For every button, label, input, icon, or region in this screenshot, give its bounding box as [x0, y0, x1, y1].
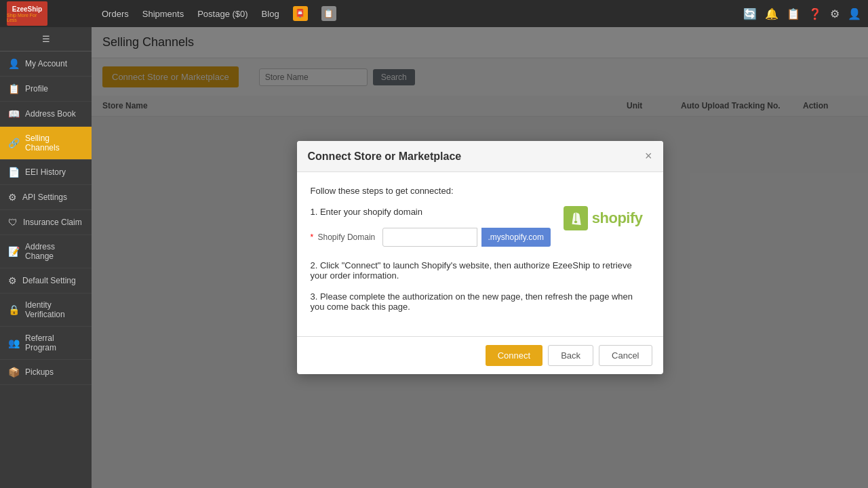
sidebar-toggle[interactable]: ☰	[0, 27, 92, 52]
postage-icon-1[interactable]: 📮	[293, 6, 308, 21]
sidebar-item-label: API Settings	[22, 192, 67, 202]
referral-program-icon: 👥	[8, 338, 20, 348]
identity-verification-icon: 🔒	[8, 304, 20, 315]
shopify-logo-area: shopify	[564, 206, 643, 230]
nav-orders[interactable]: Orders	[102, 9, 129, 19]
step-2: 2. Click "Connect" to launch Shopify's w…	[311, 260, 650, 281]
pickups-icon: 📦	[8, 367, 20, 378]
sidebar-item-eei-history[interactable]: 📄 EEI History	[0, 160, 92, 185]
help-icon[interactable]: ❓	[808, 7, 822, 20]
sidebar-item-selling-channels[interactable]: 🔗 Selling Channels	[0, 127, 92, 160]
sidebar-item-label: Address Change	[25, 242, 83, 261]
modal-back-button[interactable]: Back	[548, 345, 593, 366]
sidebar-item-address-book[interactable]: 📖 Address Book	[0, 102, 92, 127]
sidebar-item-address-change[interactable]: 📝 Address Change	[0, 235, 92, 268]
required-marker: *	[311, 232, 314, 242]
sidebar-item-identity-verification[interactable]: 🔒 Identity Verification	[0, 293, 92, 327]
modal-title: Connect Store or Marketplace	[308, 150, 462, 163]
svg-point-0	[574, 221, 577, 223]
nav-icon-bar: 🔄 🔔 📋 ❓ ⚙ 👤	[743, 7, 861, 20]
nav-postage[interactable]: Postage ($0)	[197, 9, 248, 19]
modal-connect-button[interactable]: Connect	[486, 345, 542, 366]
main-layout: ☰ 👤 My Account 📋 Profile 📖 Address Book …	[0, 27, 868, 488]
step-3: 3. Please complete the authorization on …	[311, 291, 650, 312]
eei-history-icon: 📄	[8, 167, 20, 178]
api-settings-icon: ⚙	[8, 192, 17, 203]
sidebar-item-label: My Account	[25, 59, 67, 68]
modal-overlay: Connect Store or Marketplace ×	[92, 27, 868, 488]
nav-items: Orders Shipments Postage ($0) Blog 📮 📋	[102, 6, 336, 21]
shopify-logo: shopify	[564, 206, 643, 230]
sidebar-item-insurance-claim[interactable]: 🛡 Insurance Claim	[0, 210, 92, 235]
sidebar-item-referral-program[interactable]: 👥 Referral Program	[0, 327, 92, 360]
shopify-bag-icon	[564, 206, 588, 230]
sidebar-item-api-settings[interactable]: ⚙ API Settings	[0, 185, 92, 210]
steps-header: Follow these steps to get connected:	[311, 186, 650, 196]
my-account-icon: 👤	[8, 58, 20, 69]
nav-shipments[interactable]: Shipments	[142, 9, 184, 19]
domain-label: * Shopify Domain	[311, 232, 378, 242]
main-content: Selling Channels Connect Store or Market…	[92, 27, 868, 488]
sidebar: ☰ 👤 My Account 📋 Profile 📖 Address Book …	[0, 27, 92, 488]
profile-icon: 📋	[8, 83, 20, 94]
address-change-icon: 📝	[8, 246, 20, 257]
modal-close-button[interactable]: ×	[645, 149, 652, 163]
modal-body: shopify Follow these steps to get connec…	[297, 172, 663, 336]
selling-channels-icon: 🔗	[8, 138, 20, 148]
sidebar-item-label: Selling Channels	[25, 134, 83, 152]
top-navigation: EzeeShip Ship More For Less Orders Shipm…	[0, 0, 868, 27]
modal-footer: Connect Back Cancel	[297, 336, 663, 374]
settings-icon[interactable]: ⚙	[830, 7, 840, 20]
nav-blog[interactable]: Blog	[262, 9, 279, 19]
sidebar-item-label: Profile	[25, 84, 48, 94]
bell-icon[interactable]: 🔔	[765, 7, 778, 20]
logo-area: EzeeShip Ship More For Less	[7, 1, 95, 26]
logo[interactable]: EzeeShip Ship More For Less	[7, 1, 47, 26]
domain-label-text: Shopify Domain	[318, 232, 376, 242]
shopify-domain-input[interactable]	[382, 228, 477, 247]
sidebar-item-label: Referral Program	[25, 333, 83, 352]
sidebar-item-label: Insurance Claim	[23, 218, 82, 227]
modal-cancel-button[interactable]: Cancel	[599, 345, 652, 366]
sidebar-item-label: Default Setting	[22, 276, 76, 285]
domain-suffix: .myshopify.com	[481, 228, 551, 247]
sidebar-item-label: Address Book	[25, 109, 76, 119]
user-icon[interactable]: 👤	[848, 7, 861, 20]
default-setting-icon: ⚙	[8, 275, 17, 286]
sidebar-item-label: EEI History	[25, 167, 66, 177]
sidebar-item-default-setting[interactable]: ⚙ Default Setting	[0, 268, 92, 293]
refresh-icon[interactable]: 🔄	[743, 7, 757, 20]
modal-header: Connect Store or Marketplace ×	[297, 141, 663, 172]
sidebar-item-pickups[interactable]: 📦 Pickups	[0, 360, 92, 385]
connect-modal: Connect Store or Marketplace ×	[297, 141, 663, 374]
sidebar-item-profile[interactable]: 📋 Profile	[0, 77, 92, 102]
postage-icon-2[interactable]: 📋	[321, 6, 336, 21]
domain-row: * Shopify Domain .myshopify.com	[311, 228, 650, 247]
insurance-claim-icon: 🛡	[8, 217, 18, 228]
sidebar-item-my-account[interactable]: 👤 My Account	[0, 52, 92, 77]
logo-brand: EzeeShip	[7, 5, 47, 13]
logo-tagline: Ship More For Less	[7, 13, 47, 22]
sidebar-item-label: Pickups	[25, 367, 54, 377]
sidebar-item-label: Identity Verification	[25, 300, 83, 319]
clipboard-icon[interactable]: 📋	[787, 7, 800, 20]
shopify-name-text: shopify	[592, 209, 643, 227]
address-book-icon: 📖	[8, 108, 20, 119]
